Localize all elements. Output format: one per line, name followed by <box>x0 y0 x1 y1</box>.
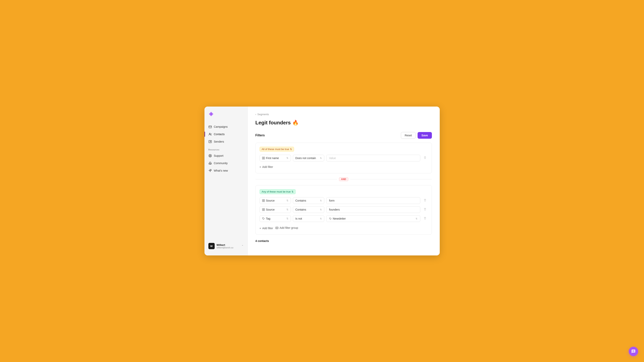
senders-icon <box>208 140 212 143</box>
avatar: W <box>208 243 215 249</box>
add-filter-label-1: Add filter <box>262 165 273 168</box>
operator-tag[interactable]: Is not ⇅ <box>293 215 324 222</box>
filters-label: Filters <box>256 134 265 137</box>
grid-icon <box>262 199 265 202</box>
filter-row-source-2: Source ⇅ Contains ⇅ <box>260 206 428 213</box>
sidebar-item-support[interactable]: Support <box>204 152 248 159</box>
filter-row-tag: Tag ⇅ Is not ⇅ Newsletter ⇅ <box>260 215 428 222</box>
operator-source-2[interactable]: Contains ⇅ <box>293 206 324 213</box>
campaigns-label: Campaigns <box>214 125 228 128</box>
main-content: ‹ Segments Legit founders 🔥 Filters Rese… <box>248 107 440 255</box>
field-firstname-label: First name <box>266 156 279 160</box>
filter-group-1: All of these must be true ⇅ First name ⇅ <box>256 143 432 173</box>
svg-rect-14 <box>262 201 263 202</box>
filters-header: Filters Reset Save <box>256 132 432 139</box>
contacts-count-text: 4 contacts <box>256 239 269 243</box>
operator-chevron: ⇅ <box>320 217 322 220</box>
add-filter-btn-1[interactable]: + Add filter <box>260 165 273 169</box>
user-info: Wilbert wilbert@lavish.so <box>217 244 240 249</box>
filter-group-2-chevron: ⇅ <box>292 190 294 193</box>
community-icon <box>208 161 212 165</box>
resources-label: Resources <box>204 145 248 152</box>
field-select-source-1[interactable]: Source ⇅ <box>260 197 291 204</box>
add-filter-btn-2[interactable]: + Add filter <box>260 226 273 231</box>
value-newsletter-label: Newsletter <box>333 217 346 220</box>
svg-point-21 <box>330 218 330 218</box>
delete-source-2-filter[interactable] <box>422 206 428 213</box>
operator-chevron: ⇅ <box>320 208 322 211</box>
field-select-firstname[interactable]: First name ⇅ <box>260 155 291 161</box>
svg-rect-10 <box>262 158 263 159</box>
svg-rect-16 <box>262 208 263 209</box>
svg-rect-13 <box>264 199 265 200</box>
svg-rect-17 <box>264 208 265 209</box>
value-tag[interactable]: Newsletter ⇅ <box>326 215 420 222</box>
add-filter-group-label: Add filter group <box>280 226 298 229</box>
support-icon <box>208 154 212 157</box>
svg-rect-19 <box>264 210 265 211</box>
value-firstname[interactable] <box>326 155 420 161</box>
add-filter-icon-2: + <box>260 227 261 230</box>
user-menu-chevron[interactable]: ⌃ <box>242 245 244 247</box>
grid-icon <box>262 208 265 211</box>
operator-tag-label: Is not <box>296 217 302 220</box>
svg-rect-2 <box>208 126 211 128</box>
svg-rect-11 <box>264 158 265 159</box>
svg-rect-9 <box>264 157 265 158</box>
filter-group-2-badge-label: Any of these must be true <box>262 190 291 193</box>
app-logo <box>204 111 248 123</box>
value-source-1[interactable] <box>326 197 420 204</box>
whats-new-label: What's new <box>214 169 228 172</box>
sidebar-item-contacts[interactable]: Contacts <box>204 130 248 138</box>
add-filter-group-btn[interactable]: Add filter group <box>276 225 298 231</box>
svg-rect-8 <box>262 157 263 158</box>
user-name: Wilbert <box>217 244 240 246</box>
filters-actions: Reset Save <box>401 132 432 139</box>
svg-rect-18 <box>262 210 263 211</box>
title-emoji: 🔥 <box>292 120 298 126</box>
bottom-actions: + Add filter Add filter group <box>260 225 428 231</box>
sidebar-item-campaigns[interactable]: Campaigns <box>204 123 248 130</box>
support-label: Support <box>214 154 224 157</box>
operator-source-1-label: Contains <box>296 199 306 202</box>
filter-group-1-badge-label: All of these must be true <box>262 148 289 151</box>
sidebar-item-senders[interactable]: Senders <box>204 138 248 145</box>
sidebar-item-community[interactable]: Community <box>204 159 248 167</box>
filter-group-2-badge[interactable]: Any of these must be true ⇅ <box>260 189 296 194</box>
delete-source-1-filter[interactable] <box>422 197 428 204</box>
delete-tag-filter[interactable] <box>422 215 428 222</box>
breadcrumb-label: Segments <box>258 113 269 116</box>
value-source-2[interactable] <box>326 206 420 213</box>
reset-button[interactable]: Reset <box>401 132 416 139</box>
delete-firstname-filter[interactable] <box>422 155 428 161</box>
save-button[interactable]: Save <box>418 132 432 139</box>
contacts-count: 4 contacts <box>256 239 432 243</box>
sidebar-item-whats-new[interactable]: What's new <box>204 167 248 174</box>
and-badge: AND <box>339 177 348 181</box>
sidebar: Campaigns Contacts Senders Resources <box>204 107 248 255</box>
add-group-icon <box>276 226 278 229</box>
svg-point-5 <box>208 154 211 157</box>
operator-source-2-label: Contains <box>296 208 306 211</box>
operator-firstname[interactable]: Does not contain ⇅ <box>293 155 324 161</box>
filter-group-1-chevron: ⇅ <box>290 148 292 151</box>
svg-rect-15 <box>264 201 265 202</box>
field-select-tag[interactable]: Tag ⇅ <box>260 215 291 222</box>
user-email: wilbert@lavish.so <box>217 246 240 249</box>
page-title-text: Legit founders <box>256 120 291 126</box>
chat-bubble[interactable] <box>629 347 638 356</box>
svg-point-3 <box>209 133 210 134</box>
field-source-2-label: Source <box>266 208 275 211</box>
filter-group-1-badge[interactable]: All of these must be true ⇅ <box>260 147 294 152</box>
and-divider: AND <box>256 177 432 181</box>
community-label: Community <box>214 162 228 165</box>
filter-group-2: Any of these must be true ⇅ Source ⇅ Co <box>256 185 432 235</box>
field-select-source-2[interactable]: Source ⇅ <box>260 206 291 213</box>
field-source-1-label: Source <box>266 199 275 202</box>
operator-source-1[interactable]: Contains ⇅ <box>293 197 324 204</box>
breadcrumb[interactable]: ‹ Segments <box>256 113 432 116</box>
page-title: Legit founders 🔥 <box>256 120 432 126</box>
sparkle-icon <box>208 169 212 172</box>
add-filter-icon: + <box>260 165 261 168</box>
filter-row-source-1: Source ⇅ Contains ⇅ <box>260 197 428 204</box>
